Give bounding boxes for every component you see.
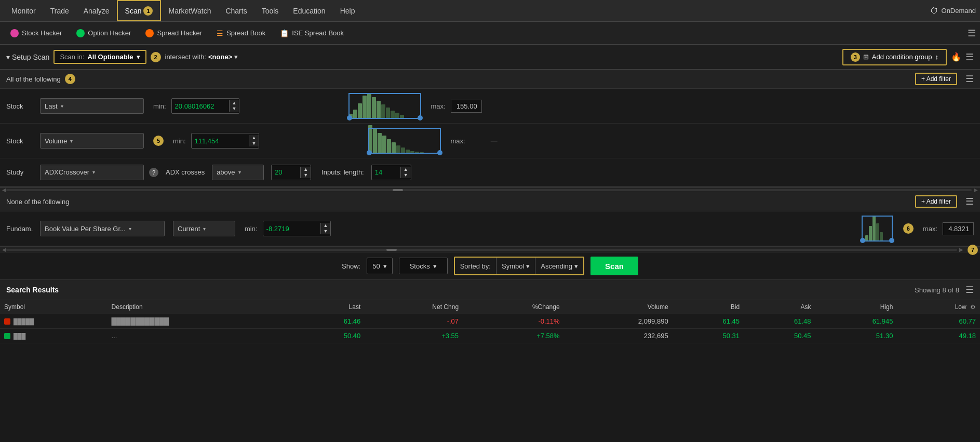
ise-book-icon: 📋 — [280, 29, 289, 37]
inputs-length-value[interactable] — [372, 168, 400, 176]
filter-dropdown-last[interactable]: Last ▾ — [40, 98, 144, 114]
spinner-down-adx[interactable]: ▼ — [301, 172, 311, 178]
spinner-up-adx[interactable]: ▲ — [301, 167, 311, 172]
spinners-fundam: ▲ ▼ — [320, 223, 331, 234]
section2-menu-icon[interactable]: ☰ — [965, 196, 974, 207]
col-high-header: High — [815, 300, 897, 314]
nav-education[interactable]: Education — [286, 0, 332, 21]
min-input-last[interactable]: ▲ ▼ — [171, 98, 240, 114]
scroll-track-2[interactable] — [6, 249, 957, 251]
help-button-adx[interactable]: ? — [149, 168, 158, 177]
hist-dot-left-fundam[interactable] — [860, 238, 865, 243]
sub-nav: Stock Hacker Option Hacker Spread Hacker… — [0, 22, 980, 45]
min-input-fundam[interactable]: ▲ ▼ — [263, 221, 331, 236]
cell-low-1: 60.77 — [897, 314, 980, 329]
subnav-option-hacker[interactable]: Option Hacker — [70, 25, 137, 42]
scroll-track-1[interactable] — [6, 189, 972, 191]
nav-trade[interactable]: Trade — [43, 0, 76, 21]
spinner-down-volume[interactable]: ▼ — [249, 141, 259, 146]
min-label-1: min: — [153, 102, 166, 110]
setup-scan-bar: ▾ Setup Scan Scan in: All Optionable ▾ 2… — [0, 45, 980, 70]
setup-scan-toggle[interactable]: ▾ Setup Scan — [6, 53, 49, 61]
badge-7: 7 — [968, 245, 978, 255]
col-netchng-header: Net Chng — [365, 300, 463, 314]
spinner-down-fundam[interactable]: ▼ — [321, 229, 331, 234]
table-row[interactable]: ███ ... 50.40 +3.55 +7.58% 232,695 50.31… — [0, 329, 980, 343]
spinner-up-volume[interactable]: ▲ — [249, 135, 259, 141]
scroll-left-arrow[interactable]: ◀ — [2, 187, 6, 193]
filter-dropdown-fundam[interactable]: Book Value Per Share Gr... ▾ — [40, 221, 165, 236]
direction-arrow: ▾ — [238, 169, 241, 175]
scroll-left-arrow-2[interactable]: ◀ — [2, 247, 6, 252]
inputs-length-input[interactable]: ▲ ▼ — [371, 165, 411, 180]
scan-button[interactable]: Scan — [590, 257, 638, 275]
hist-dot-right-last[interactable] — [418, 115, 423, 120]
ascending-sort-select[interactable]: Ascending ▾ — [535, 258, 583, 274]
scrollbar-section1[interactable]: ◀ ▶ — [0, 187, 980, 192]
sub-nav-end: ☰ — [968, 28, 976, 39]
spinner-down-last[interactable]: ▼ — [230, 106, 239, 112]
add-condition-group-button[interactable]: 3 ⊞ Add condition group ↕ — [842, 49, 947, 65]
nav-monitor[interactable]: Monitor — [4, 0, 43, 21]
subnav-spread-hacker[interactable]: Spread Hacker — [139, 25, 208, 42]
scan-in-selector[interactable]: Scan in: All Optionable ▾ — [53, 50, 146, 64]
min-label-fundam: min: — [245, 225, 258, 233]
low-gear-icon[interactable]: ⚙ — [970, 303, 976, 311]
adx-direction-select[interactable]: above ▾ — [212, 165, 264, 180]
hist-bar — [358, 103, 362, 119]
subnav-ise-spread-book[interactable]: 📋 ISE Spread Book — [274, 25, 350, 42]
filter-header-all: All of the following 4 + Add filter ☰ — [0, 70, 980, 89]
min-input-volume[interactable]: ▲ ▼ — [191, 133, 260, 149]
nav-charts[interactable]: Charts — [218, 0, 254, 21]
spinner-up-last[interactable]: ▲ — [230, 100, 239, 106]
spinner-up-fundam[interactable]: ▲ — [321, 223, 331, 229]
ondemand[interactable]: ⏱ OnDemand — [930, 6, 976, 16]
subnav-spread-book[interactable]: ☰ Spread Book — [210, 25, 272, 42]
add-filter-button-2[interactable]: + Add filter — [915, 195, 957, 208]
cell-last-2: 50.40 — [293, 329, 365, 343]
nav-analyze[interactable]: Analyze — [76, 0, 117, 21]
results-menu-icon[interactable]: ☰ — [965, 284, 974, 296]
nav-marketwatch[interactable]: MarketWatch — [161, 0, 218, 21]
filter-dropdown-adx[interactable]: ADXCrossover ▾ — [40, 165, 144, 180]
hist-dot-right-fundam[interactable] — [889, 238, 894, 243]
scroll-right-arrow[interactable]: ▶ — [974, 187, 978, 193]
top-menu-lines-icon[interactable]: ☰ — [965, 51, 974, 63]
nav-tools[interactable]: Tools — [254, 0, 286, 21]
min-value-last[interactable] — [172, 102, 229, 110]
nav-scan[interactable]: Scan 1 — [117, 0, 162, 21]
filter-period-select[interactable]: Current ▾ — [173, 221, 235, 236]
scrollbar-section2[interactable]: ◀ ▶ 7 — [0, 247, 980, 252]
show-label: Show: — [342, 262, 360, 270]
adx-value-input[interactable]: ▲ ▼ — [271, 165, 311, 180]
subnav-stock-hacker[interactable]: Stock Hacker — [4, 25, 68, 42]
results-header: Search Results Showing 8 of 8 ☰ — [0, 280, 980, 300]
hist-dot-right-volume[interactable] — [437, 150, 442, 155]
filter-dropdown-volume[interactable]: Volume ▾ — [40, 133, 144, 149]
sub-nav-menu-icon[interactable]: ☰ — [968, 28, 976, 38]
stocks-type-select[interactable]: Stocks ▾ — [399, 258, 448, 274]
max-value-last: 155.00 — [451, 100, 482, 113]
nav-help[interactable]: Help — [333, 0, 363, 21]
section1-menu-icon[interactable]: ☰ — [965, 73, 974, 85]
spinner-up-inputs[interactable]: ▲ — [401, 167, 411, 172]
scroll-thumb-2[interactable] — [386, 249, 397, 251]
spinner-down-inputs[interactable]: ▼ — [401, 172, 411, 178]
results-table: Symbol Description Last Net Chng %Change… — [0, 300, 980, 343]
symbol-sort-select[interactable]: Symbol ▾ — [496, 258, 535, 274]
badge-5: 5 — [153, 136, 164, 146]
results-header-row: Symbol Description Last Net Chng %Change… — [0, 300, 980, 314]
min-value-fundam[interactable] — [263, 225, 320, 233]
hist-bar — [415, 152, 419, 154]
scroll-thumb-1[interactable] — [393, 189, 403, 191]
max-label-last: max: — [431, 102, 445, 110]
min-value-volume[interactable] — [192, 137, 249, 145]
scroll-right-arrow-2[interactable]: ▶ — [959, 247, 963, 252]
add-filter-button-1[interactable]: + Add filter — [915, 73, 957, 85]
adx-value[interactable] — [272, 168, 300, 176]
intersect-selector[interactable]: intersect with: <none> ▾ — [165, 53, 238, 61]
option-hacker-icon — [76, 29, 85, 37]
table-row[interactable]: █████ ████████████ 61.46 -.07 -0.11% 2,0… — [0, 314, 980, 329]
cell-ask-1: 61.48 — [744, 314, 815, 329]
show-count-select[interactable]: 50 ▾ — [367, 258, 392, 274]
